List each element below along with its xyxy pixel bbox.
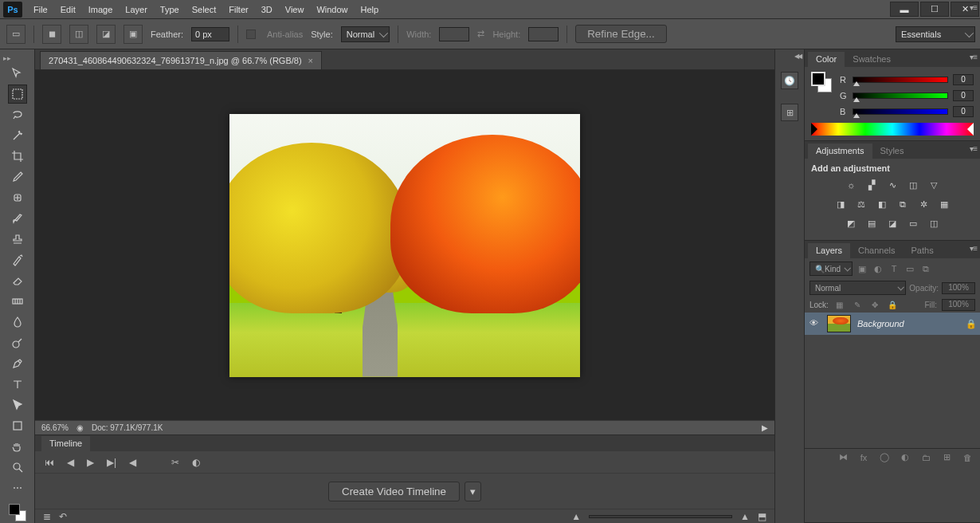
b-slider[interactable] (853, 108, 948, 115)
menu-layer[interactable]: Layer (119, 0, 154, 18)
opacity-input[interactable]: 100% (942, 282, 975, 294)
timeline-options-icon[interactable]: ≣ (43, 511, 51, 522)
next-frame-icon[interactable]: ▶| (107, 457, 116, 468)
blend-mode-select[interactable]: Normal (809, 281, 906, 295)
gradient-tool[interactable] (8, 292, 27, 311)
selective-color-icon[interactable]: ◫ (927, 216, 941, 230)
hue-icon[interactable]: ◨ (833, 197, 848, 211)
split-clip-icon[interactable]: ✂ (171, 457, 179, 468)
zoom-out-icon[interactable]: ▲ (571, 511, 581, 522)
panel-menu-icon[interactable]: ▾≡ (970, 244, 977, 253)
play-icon[interactable]: ▶ (87, 457, 94, 468)
threshold-icon[interactable]: ◪ (885, 216, 900, 230)
layer-lock-icon[interactable]: 🔒 (966, 319, 975, 328)
filter-image-icon[interactable]: ▣ (856, 262, 868, 275)
gradient-map-icon[interactable]: ▭ (906, 216, 920, 230)
lookup-icon[interactable]: ▦ (937, 197, 951, 211)
foreground-color-swatch[interactable] (9, 504, 20, 515)
color-spectrum[interactable] (811, 123, 974, 136)
audio-mute-icon[interactable]: ◀ (129, 457, 136, 468)
fg-color-swatch[interactable] (811, 72, 825, 86)
pen-tool[interactable] (8, 354, 27, 373)
menu-help[interactable]: Help (355, 0, 386, 18)
new-group-icon[interactable]: 🗀 (919, 451, 932, 464)
transition-icon[interactable]: ◐ (192, 457, 200, 468)
lasso-tool[interactable] (8, 105, 27, 124)
new-adjustment-icon[interactable]: ◐ (899, 451, 911, 464)
expand-handle-icon[interactable]: ▸▸ (3, 54, 11, 62)
g-value[interactable]: 0 (953, 90, 974, 101)
lock-position-icon[interactable]: ✥ (868, 298, 881, 311)
paths-tab[interactable]: Paths (904, 243, 942, 258)
panel-menu-icon[interactable]: ▾≡ (970, 3, 977, 12)
filter-kind-select[interactable]: 🔍 Kind (809, 262, 853, 276)
selection-subtract-icon[interactable]: ◪ (96, 25, 116, 44)
exposure-icon[interactable]: ◫ (906, 178, 920, 192)
menu-type[interactable]: Type (154, 0, 186, 18)
type-tool[interactable] (8, 375, 27, 394)
wand-tool[interactable] (8, 126, 27, 145)
goto-first-frame-icon[interactable]: ⏮ (45, 457, 54, 468)
properties-panel-icon[interactable]: ⊞ (781, 104, 798, 121)
menu-image[interactable]: Image (82, 0, 120, 18)
workspace-select[interactable]: Essentials (896, 26, 975, 42)
layer-name[interactable]: Background (857, 319, 959, 328)
canvas-area[interactable] (35, 70, 774, 420)
menu-window[interactable]: Window (310, 0, 354, 18)
swap-dimensions-icon[interactable]: ⇄ (477, 29, 484, 39)
undo-icon[interactable]: ↶ (59, 511, 67, 522)
prev-frame-icon[interactable]: ◀ (67, 457, 74, 468)
render-icon[interactable]: ⬒ (758, 511, 766, 522)
menu-view[interactable]: View (279, 0, 311, 18)
selection-intersect-icon[interactable]: ▣ (123, 25, 143, 44)
antialias-checkbox[interactable] (246, 29, 256, 39)
marquee-tool[interactable] (8, 85, 27, 104)
minimize-button[interactable]: ▬ (890, 2, 919, 17)
move-tool[interactable] (8, 64, 27, 83)
channels-tab[interactable]: Channels (850, 243, 903, 258)
selection-new-icon[interactable]: ◼ (42, 25, 61, 44)
timeline-tab[interactable]: Timeline (41, 436, 90, 451)
eraser-tool[interactable] (8, 271, 27, 290)
filter-shape-icon[interactable]: ▭ (904, 262, 916, 275)
swatches-tab[interactable]: Swatches (845, 52, 899, 67)
filter-adjust-icon[interactable]: ◐ (872, 262, 884, 275)
panel-menu-icon[interactable]: ▾≡ (970, 53, 977, 61)
color-balance-icon[interactable]: ⚖ (854, 197, 868, 211)
brush-tool[interactable] (8, 209, 27, 228)
shape-tool[interactable] (8, 416, 27, 435)
visibility-icon[interactable]: 👁 (809, 318, 821, 329)
color-tab[interactable]: Color (808, 52, 845, 67)
curves-icon[interactable]: ∿ (885, 178, 900, 192)
document-canvas[interactable] (229, 114, 580, 377)
zoom-in-icon[interactable]: ▲ (740, 511, 750, 522)
r-slider[interactable] (853, 77, 948, 83)
history-brush-tool[interactable] (8, 250, 27, 269)
bw-icon[interactable]: ◧ (875, 197, 889, 211)
layer-thumbnail[interactable] (827, 315, 851, 332)
invert-icon[interactable]: ◩ (844, 216, 858, 230)
color-swatches[interactable] (811, 72, 832, 92)
document-tab[interactable]: 270431_460864490632324_769613719_n.jpg @… (40, 51, 322, 69)
foreground-background-colors[interactable] (9, 504, 26, 521)
vibrance-icon[interactable]: ▽ (927, 178, 941, 192)
blur-tool[interactable] (8, 313, 27, 332)
path-selection-tool[interactable] (8, 395, 27, 415)
style-select[interactable]: Normal (341, 26, 390, 42)
eyedropper-tool[interactable] (8, 167, 27, 187)
menu-edit[interactable]: Edit (54, 0, 82, 18)
styles-tab[interactable]: Styles (872, 144, 912, 159)
lock-pixels-icon[interactable]: ✎ (851, 298, 864, 311)
lock-all-icon[interactable]: 🔒 (886, 298, 899, 311)
selection-add-icon[interactable]: ◫ (69, 25, 88, 44)
r-value[interactable]: 0 (953, 74, 974, 85)
fill-input[interactable]: 100% (942, 299, 975, 311)
crop-tool[interactable] (8, 147, 27, 166)
filter-type-icon[interactable]: T (888, 262, 900, 275)
channel-mixer-icon[interactable]: ✲ (916, 197, 931, 211)
brightness-icon[interactable]: ☼ (844, 178, 858, 192)
layers-tab[interactable]: Layers (808, 243, 850, 258)
new-layer-icon[interactable]: ⊞ (940, 451, 953, 464)
healing-tool[interactable] (8, 188, 27, 207)
close-document-icon[interactable]: × (308, 56, 313, 65)
